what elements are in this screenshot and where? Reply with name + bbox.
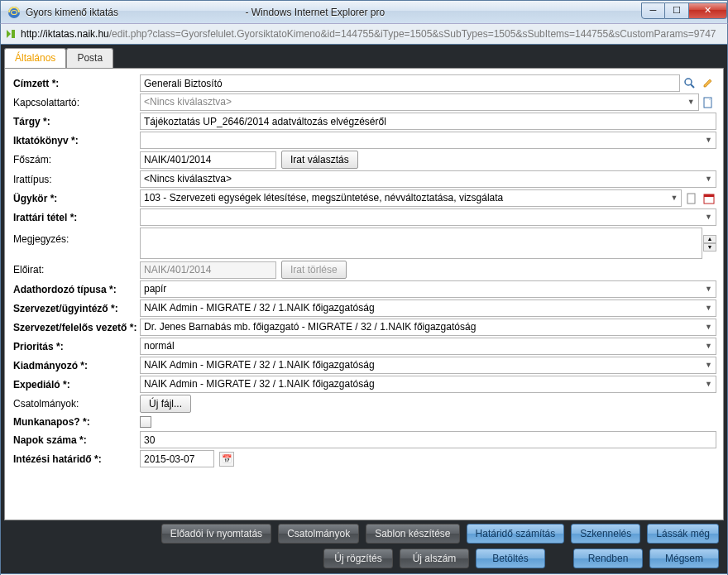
window-maximize-button[interactable]: ☐: [665, 2, 689, 19]
window-minimize-button[interactable]: ─: [641, 2, 665, 19]
select-kapcsolattarto[interactable]: <Nincs kiválasztva>▼: [140, 93, 699, 111]
lassak-button[interactable]: Lássák még: [647, 524, 719, 544]
input-targy[interactable]: [140, 113, 716, 130]
search-icon[interactable]: [682, 75, 698, 92]
tabstrip: Általános Posta: [4, 48, 724, 68]
window-title-left: Gyors kimenő iktatás: [26, 7, 118, 18]
input-foszam[interactable]: [140, 151, 276, 169]
window-close-button[interactable]: ✕: [689, 2, 727, 19]
window-title-right: - Windows Internet Explorer pro: [245, 7, 385, 18]
select-szervezet-fel[interactable]: Dr. Jenes Barnabás mb. főigazgató - MIGR…: [140, 319, 716, 336]
site-favicon-icon: [4, 27, 17, 41]
label-irattipus: Irattípus:: [12, 171, 140, 188]
select-kiadmanyozo[interactable]: NAIK Admin - MIGRATE / 32 / 1.NAIK főiga…: [140, 357, 716, 374]
eloadoi-button[interactable]: Előadói ív nyomtatás: [161, 524, 271, 544]
edit-icon[interactable]: [700, 75, 716, 92]
irat-valasztas-button[interactable]: Irat választás: [281, 151, 358, 169]
input-napokszama[interactable]: [140, 431, 716, 448]
label-ugykor: Ügykör *:: [12, 190, 140, 207]
input-intezesi[interactable]: [140, 450, 214, 467]
label-munkanapok: Munkanapos? *:: [12, 414, 140, 430]
hatarido-button[interactable]: Határidő számítás: [467, 524, 565, 544]
label-csatolmanyok: Csatolmányok:: [12, 395, 140, 412]
label-prioritas: Prioritás *:: [12, 338, 140, 355]
label-adathordozo: Adathordozó típusa *:: [12, 281, 140, 298]
doc-icon[interactable]: [683, 190, 699, 207]
label-kapcsolattarto: Kapcsolattartó:: [12, 94, 140, 111]
megsem-button[interactable]: Mégsem: [649, 549, 719, 568]
date-picker-icon[interactable]: 📅: [219, 452, 234, 467]
select-irattari[interactable]: ▼: [140, 208, 716, 226]
calendar-icon[interactable]: [701, 190, 716, 207]
sablon-button[interactable]: Sablon készítése: [366, 524, 459, 544]
spin-up[interactable]: ▲: [703, 235, 716, 243]
label-iktatokonyv: Iktatókönyv *:: [12, 132, 140, 149]
betoltes-button[interactable]: Betöltés: [476, 549, 545, 568]
label-napokszama: Napok száma *:: [12, 432, 140, 448]
szkenneles-button[interactable]: Szkennelés: [571, 524, 640, 544]
select-ugykor[interactable]: 103 - Szervezeti egységek létesítése, me…: [140, 189, 682, 207]
select-expedialo[interactable]: NAIK Admin - MIGRATE / 32 / 1.NAIK főiga…: [140, 376, 716, 393]
label-cimzett: Címzett *:: [12, 75, 140, 92]
select-szervezet-ugy[interactable]: NAIK Admin - MIGRATE / 32 / 1.NAIK főiga…: [140, 299, 716, 317]
svg-rect-6: [687, 194, 695, 204]
uj-fajl-button[interactable]: Új fájl...: [140, 395, 191, 413]
input-cimzett[interactable]: [140, 74, 680, 92]
tab-general[interactable]: Általános: [4, 48, 66, 68]
app-frame: Általános Posta Címzett *: Kapcsolattart…: [0, 45, 728, 574]
tab-post[interactable]: Posta: [66, 48, 113, 68]
label-kiadmanyozo: Kiadmányozó *:: [12, 357, 140, 374]
spin-down[interactable]: ▼: [703, 243, 716, 252]
label-szervezet-ugy: Szervezet/ügyintéző *:: [12, 300, 140, 317]
checkbox-munkanapok[interactable]: [140, 416, 151, 428]
irat-torlese-button[interactable]: Irat törlése: [281, 261, 347, 279]
uj-rogzites-button[interactable]: Új rögzítés: [323, 549, 393, 568]
label-eloirat: Előirat:: [12, 261, 140, 278]
ie-icon: [7, 6, 21, 19]
select-irattipus[interactable]: <Nincs kiválasztva>▼: [140, 170, 716, 188]
csatolmanyok-button[interactable]: Csatolmányok: [278, 524, 359, 544]
select-prioritas[interactable]: normál▼: [140, 338, 716, 355]
rendben-button[interactable]: Rendben: [573, 549, 643, 568]
select-adathordozo[interactable]: papír▼: [140, 280, 716, 298]
uj-alszam-button[interactable]: Új alszám: [400, 549, 469, 568]
url-text[interactable]: http://iktatas.naik.hu/edit.php?class=Gy…: [21, 28, 724, 40]
address-bar: http://iktatas.naik.hu/edit.php?class=Gy…: [0, 23, 728, 45]
label-foszam: Főszám:: [12, 151, 140, 168]
svg-rect-8: [704, 194, 714, 197]
readonly-eloirat: NAIK/401/2014: [140, 261, 276, 279]
form-panel: Címzett *: Kapcsolattartó: <Nincs kivála…: [4, 68, 724, 520]
label-szervezet-fel: Szervezet/felelős vezető *:: [12, 319, 140, 336]
window-titlebar: Gyors kimenő iktatás - Windows Internet …: [0, 0, 728, 23]
label-expedialo: Expediáló *:: [12, 376, 140, 393]
label-megjegyzes: Megjegyzés:: [12, 227, 140, 247]
footer-buttons: Előadói ív nyomtatás Csatolmányok Sablon…: [4, 520, 724, 570]
label-targy: Tárgy *:: [12, 113, 140, 130]
label-irattari: Irattári tétel *:: [12, 209, 140, 226]
select-iktatokonyv[interactable]: ▼: [140, 132, 716, 149]
textarea-megjegyzes[interactable]: [140, 228, 702, 259]
svg-rect-2: [12, 30, 15, 38]
label-intezesi: Intézési határidő *:: [12, 451, 140, 467]
svg-point-3: [685, 79, 692, 85]
new-doc-icon[interactable]: [701, 94, 716, 111]
svg-line-4: [691, 84, 694, 88]
